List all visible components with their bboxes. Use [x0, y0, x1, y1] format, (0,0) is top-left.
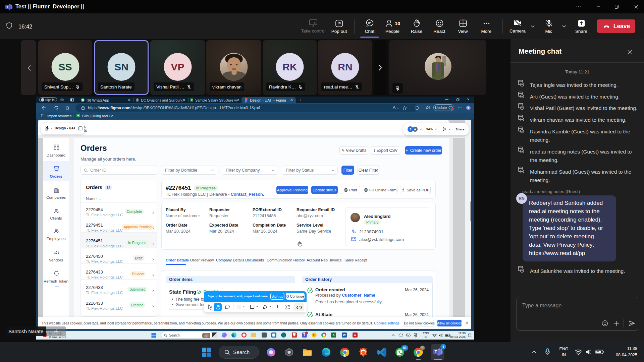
svg-text:T: T — [6, 5, 8, 9]
svg-text:T: T — [435, 350, 437, 354]
